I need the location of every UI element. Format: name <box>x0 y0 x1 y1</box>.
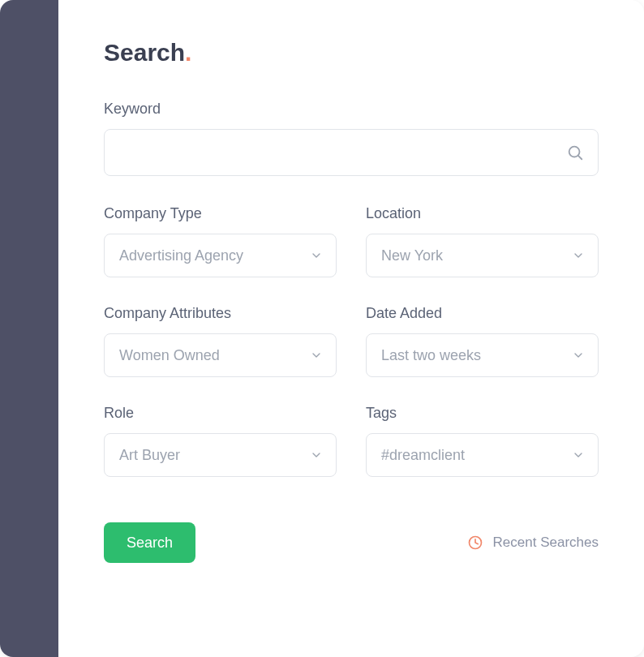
company-attributes-field-group: Company Attributes Women Owned <box>104 305 337 377</box>
date-added-label: Date Added <box>366 305 599 322</box>
page-title: Search. <box>104 39 599 67</box>
company-attributes-value: Women Owned <box>119 347 220 364</box>
location-field-group: Location New York <box>366 205 599 277</box>
date-added-value: Last two weeks <box>381 347 481 364</box>
role-value: Art Buyer <box>119 447 180 464</box>
role-select[interactable]: Art Buyer <box>104 433 337 477</box>
title-dot: . <box>185 39 191 66</box>
keyword-field-group: Keyword <box>104 101 599 176</box>
date-added-field-group: Date Added Last two weeks <box>366 305 599 377</box>
search-button[interactable]: Search <box>104 522 195 563</box>
chevron-down-icon <box>572 449 585 462</box>
chevron-down-icon <box>310 349 323 362</box>
company-attributes-select[interactable]: Women Owned <box>104 333 337 377</box>
sidebar <box>0 0 58 657</box>
company-type-field-group: Company Type Advertising Agency <box>104 205 337 277</box>
keyword-label: Keyword <box>104 101 599 118</box>
keyword-input[interactable] <box>104 129 599 176</box>
clock-icon <box>467 535 483 551</box>
chevron-down-icon <box>310 249 323 262</box>
recent-searches-label: Recent Searches <box>493 535 599 551</box>
chevron-down-icon <box>572 249 585 262</box>
tags-label: Tags <box>366 405 599 422</box>
tags-select[interactable]: #dreamclient <box>366 433 599 477</box>
recent-searches-link[interactable]: Recent Searches <box>467 535 599 551</box>
tags-value: #dreamclient <box>381 447 465 464</box>
company-attributes-label: Company Attributes <box>104 305 337 322</box>
title-text: Search <box>104 39 185 66</box>
company-type-select[interactable]: Advertising Agency <box>104 234 337 277</box>
tags-field-group: Tags #dreamclient <box>366 405 599 477</box>
company-type-value: Advertising Agency <box>119 247 243 264</box>
chevron-down-icon <box>572 349 585 362</box>
location-value: New York <box>381 247 443 264</box>
location-label: Location <box>366 205 599 222</box>
chevron-down-icon <box>310 449 323 462</box>
role-label: Role <box>104 405 337 422</box>
search-panel: Search. Keyword Company Type Advertising… <box>58 0 644 657</box>
date-added-select[interactable]: Last two weeks <box>366 333 599 377</box>
company-type-label: Company Type <box>104 205 337 222</box>
role-field-group: Role Art Buyer <box>104 405 337 477</box>
location-select[interactable]: New York <box>366 234 599 277</box>
